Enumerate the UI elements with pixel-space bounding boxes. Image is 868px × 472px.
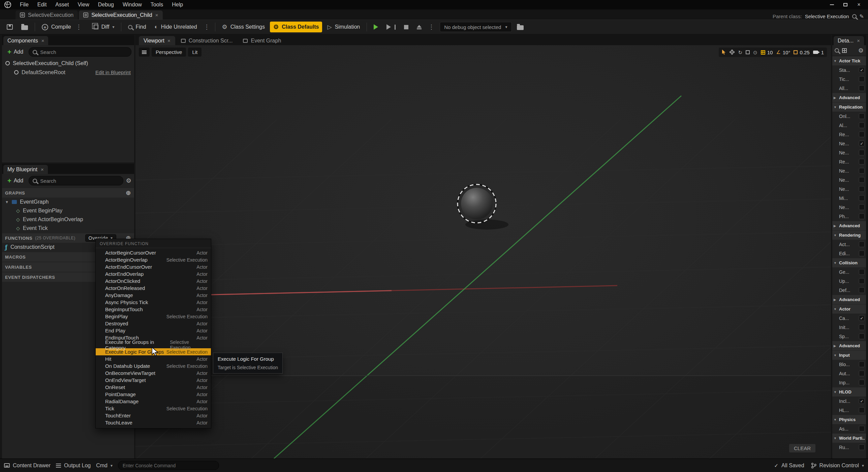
details-row[interactable]: Incl...: [832, 396, 866, 406]
details-row[interactable]: Onl...: [832, 112, 866, 121]
checkbox[interactable]: [859, 76, 865, 82]
menu-item[interactable]: Asset: [51, 0, 73, 9]
expander-arrow-icon[interactable]: [834, 354, 838, 357]
class-settings-button[interactable]: ⚙ Class Settings: [219, 22, 268, 32]
viewport-options-button[interactable]: [139, 48, 150, 57]
play-button[interactable]: [370, 22, 381, 32]
override-menu-item[interactable]: Destroyed Actor: [96, 320, 211, 327]
class-defaults-button[interactable]: ⚙ Class Defaults: [270, 22, 322, 32]
override-menu-item[interactable]: On Datahub Update Selective Execution: [96, 362, 211, 370]
checkbox[interactable]: [859, 250, 865, 256]
menu-item[interactable]: Debug: [94, 0, 118, 9]
details-row[interactable]: HLOD: [832, 387, 866, 396]
override-menu-item[interactable]: ActorBeginCursorOver Actor: [96, 249, 211, 256]
checkbox[interactable]: [859, 444, 865, 450]
details-row[interactable]: Input: [832, 351, 866, 360]
override-menu-item[interactable]: ActorOnReleased Actor: [96, 285, 211, 292]
details-row[interactable]: Aut...: [832, 369, 866, 378]
checkbox[interactable]: [859, 287, 865, 293]
find-button[interactable]: Find: [125, 22, 149, 32]
details-row[interactable]: Mi...: [832, 194, 866, 203]
rotation-snap-control[interactable]: ∠ 10°: [776, 49, 790, 55]
details-row[interactable]: Actor: [832, 304, 866, 314]
cmd-dropdown[interactable]: Cmd ▾: [96, 463, 113, 469]
save-status[interactable]: ✓ All Saved: [774, 463, 804, 469]
eventgraph-row[interactable]: ▼ EventGraph: [2, 198, 134, 206]
details-row[interactable]: Def...: [832, 286, 866, 295]
document-tab[interactable]: Viewport ×: [139, 36, 175, 45]
details-row[interactable]: Tic...: [832, 75, 866, 84]
details-row[interactable]: As...: [832, 424, 866, 433]
checkbox[interactable]: [859, 213, 865, 219]
output-log-button[interactable]: Output Log: [56, 463, 91, 469]
checkbox[interactable]: [859, 333, 865, 339]
my-blueprint-search-input[interactable]: Search: [29, 176, 123, 185]
checkbox[interactable]: [859, 67, 865, 73]
debug-object-dropdown[interactable]: No debug object selected ▾: [440, 22, 512, 32]
details-row[interactable]: Advanced: [832, 93, 866, 102]
override-menu-item[interactable]: BeginInputTouch Actor: [96, 306, 211, 313]
menu-item[interactable]: Edit: [33, 0, 51, 9]
checkbox[interactable]: [859, 204, 865, 210]
expander-arrow-icon[interactable]: [834, 96, 838, 99]
override-menu-item[interactable]: TouchEnter Actor: [96, 412, 211, 419]
details-row[interactable]: Ca...: [832, 314, 866, 323]
expander-arrow-icon[interactable]: [834, 106, 838, 109]
details-row[interactable]: Collision: [832, 258, 866, 267]
details-row[interactable]: Blo...: [832, 360, 866, 369]
details-row[interactable]: Advanced: [832, 295, 866, 304]
details-row[interactable]: Ne...: [832, 139, 866, 148]
details-row[interactable]: Ge...: [832, 267, 866, 276]
gear-icon[interactable]: ⚙: [858, 48, 864, 54]
checkbox[interactable]: [859, 407, 865, 413]
search-icon[interactable]: [852, 14, 857, 19]
checkbox[interactable]: [859, 380, 865, 385]
stop-button[interactable]: [401, 22, 412, 32]
compile-options-icon[interactable]: ⋮: [74, 23, 84, 31]
expander-arrow-icon[interactable]: [834, 261, 838, 265]
checkbox[interactable]: [859, 122, 865, 128]
menu-item[interactable]: View: [73, 0, 93, 9]
override-menu-item[interactable]: ActorOnClicked Actor: [96, 277, 211, 285]
details-row[interactable]: Al...: [832, 121, 866, 130]
play-options-icon[interactable]: ⋮: [427, 23, 436, 31]
checkbox[interactable]: [859, 371, 865, 376]
details-row[interactable]: Replication: [832, 102, 866, 112]
component-tree-row[interactable]: DefaultSceneRoot Edit in Blueprint: [2, 68, 134, 77]
checkbox[interactable]: [859, 278, 865, 284]
menu-item[interactable]: Tools: [146, 0, 167, 9]
details-row[interactable]: Ne...: [832, 184, 866, 194]
override-menu-item[interactable]: OnReset Actor: [96, 384, 211, 391]
details-row[interactable]: Edi...: [832, 249, 866, 258]
expander-arrow-icon[interactable]: [834, 298, 838, 301]
document-tab[interactable]: Construction Scr... ×: [176, 36, 238, 45]
override-menu-item[interactable]: AnyDamage Actor: [96, 292, 211, 299]
compile-button[interactable]: Compile ⋮: [38, 22, 87, 32]
close-tab-icon[interactable]: ×: [167, 38, 170, 43]
details-row[interactable]: Act...: [832, 240, 866, 249]
content-drawer-button[interactable]: Content Drawer: [4, 463, 51, 469]
checkbox[interactable]: [859, 177, 865, 183]
details-row[interactable]: Ph...: [832, 212, 866, 221]
document-tab[interactable]: Event Graph ×: [238, 36, 286, 45]
event-node-row[interactable]: ◇ Event BeginPlay: [2, 206, 134, 215]
search-icon[interactable]: [835, 48, 839, 53]
maximize-button[interactable]: [840, 1, 851, 8]
expander-arrow-icon[interactable]: [834, 307, 838, 311]
checkbox[interactable]: [859, 141, 865, 146]
expander-arrow-icon[interactable]: [834, 390, 838, 394]
asset-tab[interactable]: SelectiveExecution ×: [16, 10, 78, 20]
details-row[interactable]: Ne...: [832, 148, 866, 157]
checkbox[interactable]: [859, 398, 865, 404]
components-tab[interactable]: Components ×: [3, 36, 48, 45]
override-menu-item[interactable]: OnBecomeViewTarget Actor: [96, 370, 211, 377]
override-menu-item[interactable]: Async Physics Tick Actor: [96, 299, 211, 306]
lit-mode-button[interactable]: Lit: [188, 48, 202, 57]
asset-tab[interactable]: SelectiveExecution_Child ×: [79, 10, 162, 20]
override-menu-item[interactable]: RadialDamage Actor: [96, 398, 211, 405]
debug-filter-button[interactable]: [514, 22, 527, 32]
checkbox[interactable]: [859, 131, 865, 137]
simulation-button[interactable]: ▷ Simulation: [324, 22, 363, 32]
event-node-row[interactable]: ◇ Event Tick: [2, 224, 134, 233]
clear-button[interactable]: CLEAR: [789, 444, 815, 452]
